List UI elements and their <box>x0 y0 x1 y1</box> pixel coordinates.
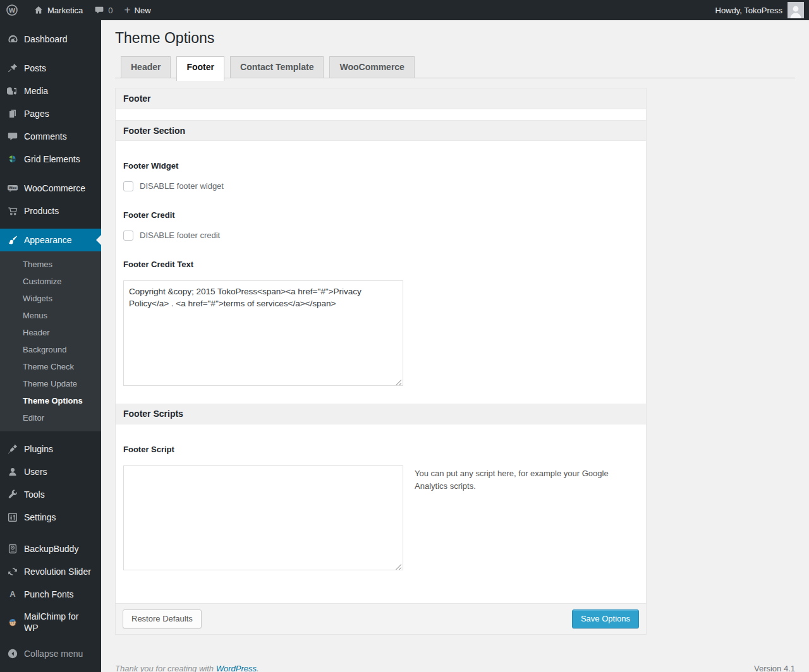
pin-icon <box>6 62 19 75</box>
sidebar-item-backupbuddy[interactable]: BackupBuddy <box>0 537 101 560</box>
footer-credit-checkbox[interactable] <box>123 231 133 241</box>
sidebar-item-appearance[interactable]: Appearance <box>0 229 101 251</box>
page-title: Theme Options <box>115 20 795 47</box>
sidebar-item-comments[interactable]: Comments <box>0 125 101 148</box>
submenu-item-theme-options[interactable]: Theme Options <box>0 392 101 409</box>
tab-woocommerce[interactable]: WooCommerce <box>329 56 414 78</box>
plugin-icon <box>6 443 19 455</box>
submenu-item-widgets[interactable]: Widgets <box>0 290 101 307</box>
footer-credit-checkbox-row: DISABLE footer credit <box>123 231 638 241</box>
sidebar-item-label: Punch Fonts <box>24 589 74 600</box>
footer-widget-checkbox-row: DISABLE footer widget <box>123 181 638 191</box>
collapse-menu-label: Collapse menu <box>24 648 83 659</box>
sidebar-item-posts[interactable]: Posts <box>0 57 101 80</box>
new-content-button[interactable]: + New <box>119 0 157 20</box>
wordpress-link[interactable]: WordPress <box>216 664 257 672</box>
sidebar-item-mailchimp[interactable]: MailChimp for WP <box>0 606 101 639</box>
site-name: Marketica <box>47 6 83 15</box>
submenu-item-header[interactable]: Header <box>0 324 101 341</box>
admin-footer: Thank you for creating with WordPress. V… <box>115 664 795 672</box>
backup-icon <box>6 543 19 555</box>
sidebar-item-label: Comments <box>24 131 67 142</box>
submenu-item-background[interactable]: Background <box>0 341 101 358</box>
wordpress-logo-icon: W <box>6 4 18 16</box>
footer-widget-checkbox[interactable] <box>123 181 133 191</box>
admin-sidebar: Dashboard Posts Media Pages Comments Gri… <box>0 20 101 672</box>
current-menu-arrow <box>96 235 101 245</box>
sidebar-item-users[interactable]: Users <box>0 460 101 483</box>
submenu-item-theme-check[interactable]: Theme Check <box>0 358 101 375</box>
sidebar-item-dashboard[interactable]: Dashboard <box>0 28 101 51</box>
save-options-button[interactable]: Save Options <box>572 609 639 628</box>
sidebar-item-woocommerce[interactable]: Woo WooCommerce <box>0 177 101 200</box>
sidebar-item-settings[interactable]: Settings <box>0 506 101 529</box>
sidebar-item-label: Settings <box>24 512 56 523</box>
sidebar-item-label: WooCommerce <box>24 183 85 194</box>
restore-defaults-button[interactable]: Restore Defaults <box>123 609 202 628</box>
sidebar-item-grid-elements[interactable]: Grid Elements <box>0 148 101 171</box>
panel-heading-footer: Footer <box>116 88 646 109</box>
sidebar-item-label: MailChimp for WP <box>24 611 95 633</box>
tab-footer[interactable]: Footer <box>176 56 224 81</box>
comments-icon <box>6 130 19 143</box>
sidebar-item-label: Dashboard <box>24 33 68 45</box>
wordpress-logo-button[interactable]: W <box>0 0 24 20</box>
comments-admin-button[interactable]: 0 <box>88 0 118 20</box>
footer-scripts-content: Footer Script You can put any script her… <box>116 424 646 603</box>
sidebar-item-label: Revolution Slider <box>24 566 91 577</box>
sidebar-item-tools[interactable]: Tools <box>0 483 101 506</box>
pages-icon <box>6 107 19 120</box>
sidebar-item-label: Posts <box>24 63 46 74</box>
howdy-account-link[interactable]: Howdy, TokoPress <box>715 6 782 15</box>
new-label: New <box>135 6 151 15</box>
sidebar-item-label: Appearance <box>24 234 72 246</box>
letter-a-icon: A <box>6 588 19 601</box>
avatar[interactable] <box>788 2 804 18</box>
collapse-menu-button[interactable]: Collapse menu <box>0 642 101 665</box>
tab-header[interactable]: Header <box>121 56 171 78</box>
footer-script-hint: You can put any script here, for example… <box>415 465 612 493</box>
submenu-item-theme-update[interactable]: Theme Update <box>0 375 101 392</box>
panel-spacer <box>116 109 646 120</box>
sidebar-item-label: Tools <box>24 489 45 500</box>
sidebar-item-label: Media <box>24 85 48 97</box>
media-icon <box>6 85 19 97</box>
svg-text:Woo: Woo <box>9 186 17 189</box>
sidebar-item-label: Products <box>24 205 59 217</box>
submenu-item-themes[interactable]: Themes <box>0 256 101 273</box>
footer-script-label: Footer Script <box>123 445 638 455</box>
comment-bubble-icon <box>94 5 104 15</box>
sidebar-item-plugins[interactable]: Plugins <box>0 438 101 460</box>
sidebar-item-pages[interactable]: Pages <box>0 102 101 125</box>
submenu-item-customize[interactable]: Customize <box>0 273 101 290</box>
sliders-icon <box>6 511 19 524</box>
section-heading-footer-section: Footer Section <box>116 120 646 141</box>
user-icon <box>6 465 19 478</box>
sidebar-item-products[interactable]: Products <box>0 200 101 222</box>
sidebar-item-revolution-slider[interactable]: Revolution Slider <box>0 560 101 583</box>
appearance-brush-icon <box>6 234 19 246</box>
sidebar-item-media[interactable]: Media <box>0 80 101 102</box>
sidebar-item-label: Pages <box>24 108 49 119</box>
sidebar-item-label: Users <box>24 466 47 477</box>
thanks-prefix: Thank you for creating with <box>115 664 216 672</box>
sidebar-item-punch-fonts[interactable]: A Punch Fonts <box>0 583 101 606</box>
dashboard-icon <box>6 33 19 45</box>
version-text: Version 4.1 <box>754 664 795 672</box>
footer-credit-checkbox-label: DISABLE footer credit <box>140 231 220 241</box>
cart-icon <box>6 205 19 217</box>
home-icon <box>33 5 44 15</box>
woocommerce-icon: Woo <box>6 182 19 195</box>
svg-text:W: W <box>9 7 16 14</box>
footer-script-textarea[interactable] <box>123 465 403 570</box>
footer-credit-text-label: Footer Credit Text <box>123 260 638 270</box>
site-link[interactable]: Marketica <box>28 0 88 20</box>
submenu-item-menus[interactable]: Menus <box>0 307 101 324</box>
footer-credit-text-textarea[interactable]: Copyright &copy; 2015 TokoPress<span><a … <box>123 280 403 386</box>
submenu-item-editor[interactable]: Editor <box>0 409 101 426</box>
footer-widget-label: Footer Widget <box>123 161 638 171</box>
tab-contact-template[interactable]: Contact Template <box>230 56 324 78</box>
sidebar-item-label: Grid Elements <box>24 153 80 165</box>
appearance-submenu: Themes Customize Widgets Menus Header Ba… <box>0 251 101 431</box>
wrench-icon <box>6 488 19 501</box>
